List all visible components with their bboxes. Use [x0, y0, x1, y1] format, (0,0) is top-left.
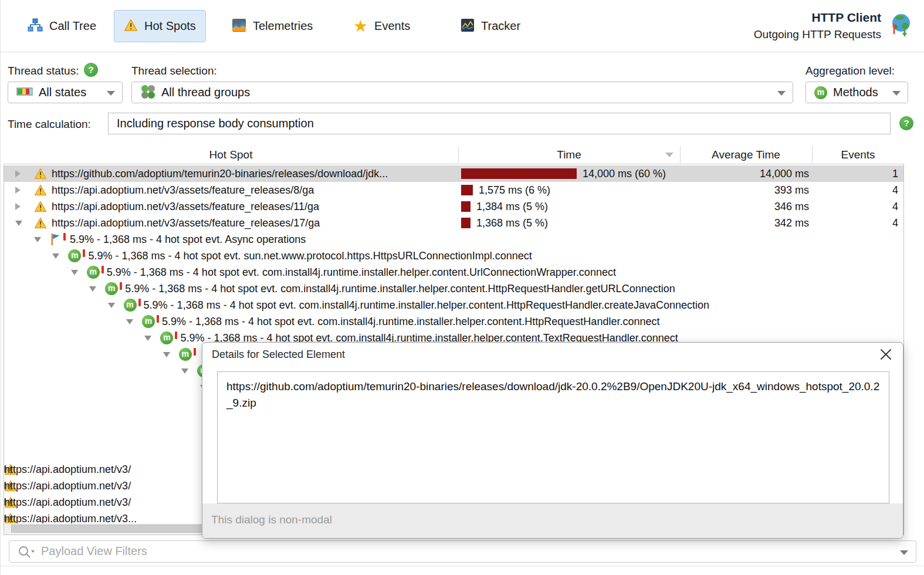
collapse-arrow-icon[interactable] [181, 368, 188, 374]
collapse-arrow-icon[interactable] [126, 319, 133, 324]
average-time-value: 346 ms [671, 198, 809, 215]
hot-spot-tree-label: 5.9% - 1,368 ms - 4 hot spot evt. com.in… [125, 280, 675, 297]
tab-label: Events [374, 19, 410, 33]
hot-spot-mark-icon [101, 266, 104, 273]
warning-icon [34, 201, 47, 212]
column-divider [680, 146, 681, 163]
collapse-arrow-icon[interactable] [108, 303, 115, 308]
table-row[interactable]: https://api.adoptium.net/v3/assets/featu… [4, 215, 903, 231]
events-value: 4 [813, 198, 898, 215]
http-client-probe-view: Call Tree Hot Spots Telemetries [0, 0, 924, 575]
dialog-content-text[interactable]: https://github.com/adoptium/temurin20-bi… [217, 371, 889, 503]
collapse-arrow-icon[interactable] [163, 352, 170, 357]
column-divider [812, 146, 813, 163]
collapse-arrow-icon[interactable] [52, 253, 59, 259]
table-row[interactable]: m5.9% - 1,368 ms - 4 hot spot evt. com.i… [4, 264, 903, 280]
events-value: 4 [813, 215, 898, 231]
hot-spot-tree-label: https://api.adoptium.net/v3/ [4, 461, 131, 478]
aggregation-level-dropdown[interactable]: m Methods [805, 82, 908, 103]
tab-label: Tracker [481, 19, 520, 33]
hot-spot-tree-label: 5.9% - 1,368 ms - 4 hot spot evt. Async … [70, 231, 306, 248]
table-row[interactable]: m5.9% - 1,368 ms - 4 hot spot evt. sun.n… [4, 248, 903, 264]
table-header-row: Hot Spot Time Average Time Events [4, 145, 904, 164]
column-header-time[interactable]: Time [458, 145, 680, 164]
time-value: 1,575 ms (6 %) [479, 182, 550, 198]
dialog-title: Details for Selected Element [212, 349, 345, 361]
chevron-down-icon [892, 91, 901, 96]
time-bar [461, 168, 577, 179]
hot-spot-mark-icon [157, 315, 159, 323]
hot-spot-mark-icon [63, 233, 66, 241]
thread-selection-value: All thread groups [161, 86, 250, 99]
thread-selection-label: Thread selection: [131, 65, 217, 77]
table-row[interactable]: 5.9% - 1,368 ms - 4 hot spot evt. Async … [4, 231, 903, 248]
expand-arrow-icon[interactable] [15, 187, 21, 194]
hot-spot-mark-icon [175, 332, 177, 339]
expand-arrow-icon[interactable] [15, 170, 21, 177]
hot-spot-tree-label: 5.9% - 1,368 ms - 4 hot spot evt. com.in… [107, 264, 616, 280]
thread-status-dropdown[interactable]: All states [8, 82, 123, 103]
hot-spot-tree-label: 5.9% - 1,368 ms - 4 hot spot evt. sun.ne… [88, 248, 532, 264]
table-row[interactable]: https://api.adoptium.net/v3/assets/featu… [4, 198, 903, 215]
search-icon[interactable] [18, 545, 35, 562]
column-header-average-time[interactable]: Average Time [680, 145, 812, 164]
column-header-events[interactable]: Events [812, 145, 904, 164]
tab-tracker[interactable]: Tracker [451, 10, 530, 42]
table-row[interactable]: m5.9% - 1,368 ms - 4 hot spot evt. com.i… [4, 313, 903, 330]
time-bar [461, 218, 471, 228]
time-calculation-field[interactable]: Including response body consumption [108, 113, 891, 134]
tab-label: Telemetries [253, 19, 313, 33]
telemetries-icon [232, 18, 246, 35]
tracker-icon [461, 18, 475, 35]
close-icon[interactable] [879, 348, 892, 361]
dialog-footer: This dialog is non-modal [202, 503, 903, 539]
methods-icon: m [814, 86, 827, 99]
time-value: 1,368 ms (5 %) [476, 215, 548, 231]
table-row[interactable]: https://api.adoptium.net/v3/assets/featu… [4, 182, 903, 198]
tab-telemetries[interactable]: Telemetries [222, 10, 322, 42]
probe-title: HTTP Client [754, 11, 881, 25]
method-icon: m [142, 315, 155, 328]
probe-subtitle: Outgoing HTTP Requests [754, 28, 881, 41]
collapse-arrow-icon[interactable] [15, 221, 22, 226]
panel-bottom-border [1, 566, 924, 566]
hot-spot-url: https://github.com/adoptium/temurin20-bi… [52, 165, 388, 182]
time-value: 14,000 ms (60 %) [583, 165, 666, 182]
method-icon: m [160, 332, 173, 344]
tab-label: Call Tree [49, 19, 96, 33]
warning-icon [34, 217, 47, 229]
chevron-down-icon[interactable] [900, 550, 908, 555]
events-icon: ★ [353, 19, 368, 33]
payload-filter-placeholder: Payload View Filters [41, 544, 147, 558]
table-row[interactable]: m5.9% - 1,368 ms - 4 hot spot evt. com.i… [4, 297, 903, 313]
table-row[interactable]: m5.9% - 1,368 ms - 4 hot spot evt. com.i… [4, 280, 903, 297]
collapse-arrow-icon[interactable] [89, 286, 96, 292]
chevron-down-icon [777, 91, 786, 96]
dialog-footer-message: This dialog is non-modal [211, 513, 332, 526]
tab-hot-spots[interactable]: Hot Spots [114, 10, 206, 42]
time-calculation-help-icon[interactable]: ? [899, 116, 913, 130]
column-header-hot-spot[interactable]: Hot Spot [4, 145, 458, 164]
time-bar [461, 201, 471, 212]
hot-spot-url: https://api.adoptium.net/v3/assets/featu… [52, 198, 319, 215]
method-icon: m [68, 249, 81, 262]
time-calculation-value: Including response body consumption [117, 117, 314, 130]
collapse-arrow-icon[interactable] [34, 237, 41, 242]
payload-view-filters-input[interactable]: Payload View Filters [9, 540, 916, 563]
hot-spots-icon [124, 19, 138, 34]
tab-events[interactable]: ★ Events [344, 10, 419, 42]
hot-spot-tree-label: 5.9% - 1,368 ms - 4 hot spot evt. com.in… [144, 297, 710, 313]
tab-call-tree[interactable]: Call Tree [18, 10, 106, 42]
average-time-value: 393 ms [671, 182, 809, 198]
hot-spot-mark-icon [138, 299, 141, 306]
call-tree-icon [28, 18, 43, 35]
thread-status-help-icon[interactable]: ? [84, 63, 98, 77]
hot-spot-url: https://api.adoptium.net/v3/assets/featu… [52, 215, 320, 231]
collapse-arrow-icon[interactable] [144, 336, 151, 341]
thread-status-value: All states [39, 86, 86, 99]
expand-arrow-icon[interactable] [15, 203, 21, 210]
thread-selection-dropdown[interactable]: All thread groups [131, 82, 793, 103]
collapse-arrow-icon[interactable] [71, 270, 78, 275]
table-row[interactable]: https://github.com/adoptium/temurin20-bi… [4, 165, 903, 182]
thread-groups-icon [140, 84, 155, 102]
